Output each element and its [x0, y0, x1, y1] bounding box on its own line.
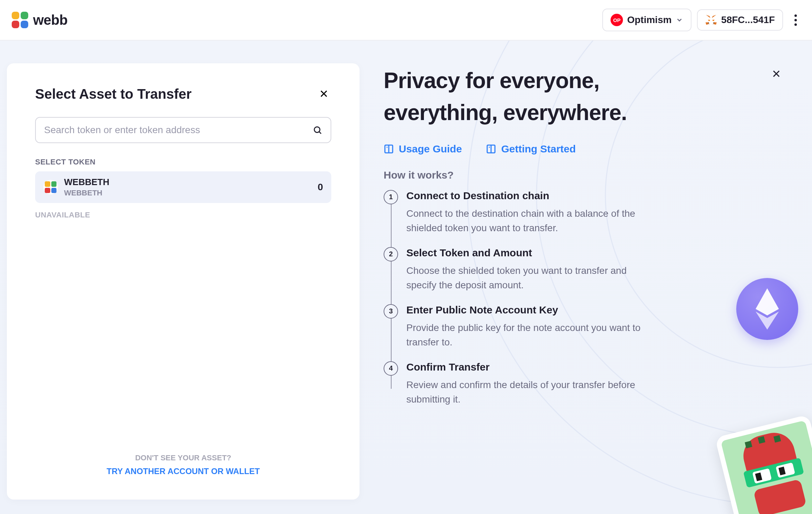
svg-point-3: [314, 127, 320, 132]
webbeth-token-icon: [43, 180, 58, 194]
info-close-button[interactable]: ✕: [772, 67, 781, 81]
step-title: Connect to Destination chain: [406, 190, 647, 202]
svg-line-4: [319, 132, 321, 133]
token-balance: 0: [317, 182, 323, 193]
wallet-button[interactable]: 58FC...541F: [697, 9, 783, 31]
step-description: Choose the shielded token you want to tr…: [406, 264, 647, 292]
step-description: Connect to the destination chain with a …: [406, 206, 647, 235]
webb-logo-icon: [12, 12, 28, 28]
token-meta: WEBBETH WEBBETH: [64, 177, 311, 197]
network-selector[interactable]: OP Optimism: [602, 9, 691, 31]
search-field-wrap: [35, 117, 331, 143]
app-logo[interactable]: webb: [12, 12, 67, 28]
ethereum-coin-icon: [736, 278, 798, 340]
info-title: Privacy for everyone, everything, everyw…: [384, 65, 788, 129]
app-logo-text: webb: [33, 12, 67, 28]
step-number: 1: [384, 190, 398, 204]
step-4: 4 Confirm Transfer Review and confirm th…: [384, 361, 788, 407]
info-panel: ✕ Privacy for everyone, everything, ever…: [360, 41, 812, 514]
step-2: 2 Select Token and Amount Choose the shi…: [384, 247, 788, 292]
step-1: 1 Connect to Destination chain Connect t…: [384, 190, 788, 235]
usage-guide-link[interactable]: Usage Guide: [384, 143, 462, 155]
step-number: 3: [384, 304, 398, 319]
optimism-icon: OP: [611, 14, 623, 26]
try-another-wallet-link[interactable]: TRY ANOTHER ACCOUNT OR WALLET: [35, 467, 331, 476]
main-area: Select Asset to Transfer ✕ SELECT TOKEN …: [0, 41, 812, 514]
step-description: Provide the public key for the note acco…: [406, 321, 647, 350]
panel-close-button[interactable]: ✕: [316, 85, 331, 103]
chevron-down-icon: [676, 16, 683, 24]
book-icon: [486, 144, 496, 154]
info-links: Usage Guide Getting Started: [384, 143, 788, 155]
footer-question: DON'T SEE YOUR ASSET?: [35, 453, 331, 462]
more-menu-button[interactable]: [789, 13, 802, 27]
step-description: Review and confirm the details of your t…: [406, 378, 647, 407]
getting-started-link[interactable]: Getting Started: [486, 143, 576, 155]
search-icon: [313, 125, 322, 135]
asset-select-panel: Select Asset to Transfer ✕ SELECT TOKEN …: [7, 63, 360, 500]
token-name: WEBBETH: [64, 177, 311, 188]
select-token-label: SELECT TOKEN: [35, 158, 331, 167]
step-3: 3 Enter Public Note Account Key Provide …: [384, 304, 788, 350]
network-label: Optimism: [627, 14, 672, 25]
app-header: webb OP Optimism 58FC...541F: [0, 0, 812, 41]
nft-card-icon: [715, 415, 812, 514]
panel-title: Select Asset to Transfer: [35, 86, 191, 102]
book-icon: [384, 144, 394, 154]
token-search-input[interactable]: [44, 125, 313, 136]
metamask-icon: [705, 14, 717, 25]
header-actions: OP Optimism 58FC...541F: [602, 9, 802, 31]
step-title: Confirm Transfer: [406, 361, 647, 373]
step-title: Enter Public Note Account Key: [406, 304, 647, 316]
unavailable-label: UNAVAILABLE: [35, 211, 331, 219]
wallet-address: 58FC...541F: [721, 14, 775, 25]
steps-list: 1 Connect to Destination chain Connect t…: [384, 190, 788, 407]
step-title: Select Token and Amount: [406, 247, 647, 259]
step-number: 2: [384, 247, 398, 261]
token-row-webbeth[interactable]: WEBBETH WEBBETH 0: [35, 171, 331, 203]
token-symbol: WEBBETH: [64, 189, 311, 197]
how-it-works-label: How it works?: [384, 169, 788, 181]
step-number: 4: [384, 361, 398, 376]
